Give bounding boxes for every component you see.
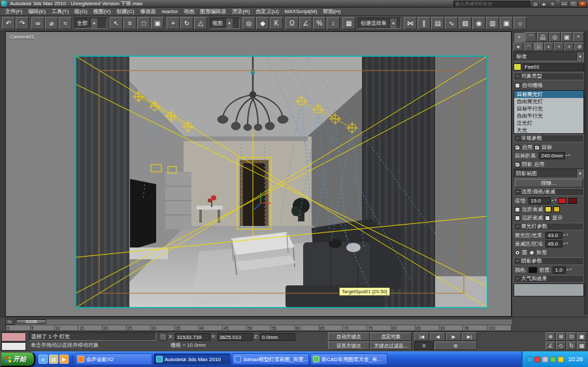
go-to-end-icon[interactable]: ▶| [462,332,477,341]
tab-hierarchy[interactable]: 品 [537,32,548,42]
key-filters-button[interactable]: 关键点过滤器... [370,342,412,350]
selection-set-combo[interactable]: 选定对象 [370,332,412,341]
tray-volume-icon[interactable] [542,357,548,362]
layer-manager-icon[interactable]: ▤ [431,17,444,29]
light-enable-checkbox[interactable] [515,145,520,150]
rollout-atmospheres-effects[interactable]: −大气和效果 [514,275,584,283]
bind-to-spacewarp-icon[interactable]: ≈ [59,17,72,29]
help-icon[interactable]: ? [549,1,556,7]
tab-create[interactable]: + [514,32,525,42]
menu-item[interactable]: 渲染(R) [229,8,252,15]
lock-selection-icon[interactable]: □ [159,332,167,341]
show-desktop-icon[interactable]: ▤ [49,355,58,364]
shadow-type-combo[interactable]: 阴影贴图▾ [514,168,584,178]
cat-spacewarps-icon[interactable]: ≈ [564,42,574,51]
menu-item[interactable]: MAXScript(M) [282,8,320,14]
star-icon[interactable]: ★ [540,1,547,7]
far-color-swatch[interactable] [553,206,560,212]
curve-editor-icon[interactable]: ∿ [445,17,458,29]
dining-table[interactable] [197,206,223,210]
menu-item[interactable]: 自定义(U) [253,8,281,15]
light-type-item[interactable]: 自由平行光 [514,112,583,120]
menu-item[interactable]: 修改器 [137,8,158,15]
pillow-light[interactable] [346,243,361,252]
rectangle-radio[interactable] [529,250,534,255]
maxscript-mini-listener[interactable] [1,332,26,351]
redo-icon[interactable]: ↷ [16,17,29,29]
light-type-item[interactable]: 目标聚光灯 [514,91,583,98]
tray-qq-icon[interactable] [527,357,532,362]
edit-named-selections-icon[interactable]: ▦ [342,17,355,29]
show-attenuation-checkbox[interactable] [545,215,550,221]
ie-icon[interactable]: e [39,355,48,364]
spinner-arrows[interactable]: ▲▼ [563,234,568,237]
taskbar-button[interactable]: 新CAD常用图库大全_有... [310,353,387,365]
taskbar-button[interactable]: Autodesk 3ds Max 2010 [154,353,231,365]
flowers[interactable] [211,195,216,200]
spinner-snap-icon[interactable]: ↕ [327,17,340,29]
auto-key-button[interactable]: 自动关键点 [328,332,370,341]
shadow-color-swatch[interactable] [529,267,537,273]
reference-coordinate-combo[interactable]: 视图▾ [210,18,240,29]
close-button[interactable]: × [578,1,587,7]
material-editor-icon[interactable]: ◉ [472,17,485,29]
light-color-swatch[interactable] [558,198,566,204]
spinner-arrows[interactable]: ▲▼ [551,199,556,202]
atmospheres-list[interactable] [514,283,584,296]
panel-scrollbar[interactable] [584,32,587,315]
target-distance-field[interactable]: 240.0mm [539,152,564,159]
light-type-item[interactable]: 天光 [514,127,583,134]
light-category-combo[interactable]: 标准▾ [514,52,584,61]
menu-item[interactable]: 组(G) [72,8,90,15]
near-color-swatch[interactable] [545,206,551,212]
select-and-link-icon[interactable]: ∞ [31,17,44,29]
selection-filter-combo[interactable]: 全部▾ [74,18,107,29]
tv-screen[interactable] [130,179,156,250]
keyboard-override-icon[interactable]: K [270,17,283,29]
time-slider-handle[interactable]: 0/100 [16,319,46,324]
cat-systems-icon[interactable]: ⊛ [574,42,584,51]
cat-lights-icon[interactable]: ☼ [534,42,544,51]
select-by-name-icon[interactable]: ≡ [123,17,137,29]
set-key-button[interactable]: 设置关键点 [328,342,370,350]
search-icon[interactable]: ⊙ [532,1,539,7]
arc-rotate-icon[interactable]: ↻ [566,342,576,350]
window-crossing-icon[interactable]: ▣ [151,17,164,29]
camera-viewport[interactable]: Camera01 TargetSpot01 [20.50] [5,31,512,317]
rollout-general-parameters[interactable]: −常规参数 [514,135,584,142]
cat-shapes-icon[interactable]: ◠ [524,42,534,51]
menu-item[interactable]: 帮助(H) [320,8,343,15]
named-selection-sets-combo[interactable]: 创建选择集▾ [358,18,401,29]
tray-security-icon[interactable] [534,357,540,362]
time-slider-track[interactable]: 0/100 [15,319,512,325]
percent-snap-icon[interactable]: % [313,17,326,29]
menu-item[interactable]: 创建(C) [114,8,137,15]
infocenter-search-input[interactable] [453,1,531,7]
maximize-viewport-icon[interactable]: ▦ [577,342,587,350]
target-checkbox[interactable] [534,145,540,150]
cat-geometry-icon[interactable]: ● [514,42,523,51]
align-icon[interactable]: ∥ [417,17,431,29]
spinner-arrows[interactable]: ▲▼ [566,268,571,272]
cat-cameras-icon[interactable]: ◗ [544,42,554,51]
y-coordinate-field[interactable]: 3625.013 [218,333,253,341]
near-attenuation-checkbox[interactable] [515,207,520,212]
rollout-spotlight-parameters[interactable]: −聚光灯参数 [514,223,584,231]
zoom-all-icon[interactable]: ⊞ [556,332,566,341]
select-and-manipulate-icon[interactable]: ◆ [256,17,269,29]
go-to-start-icon[interactable]: |◀ [414,332,429,341]
start-button[interactable]: 开始 [0,351,35,367]
select-and-move-icon[interactable]: + [167,17,180,29]
listener-script-row[interactable] [1,342,26,351]
menu-item[interactable]: 文件(F) [3,8,25,15]
rendered-frame-icon[interactable]: ▣ [500,17,513,29]
z-coordinate-field[interactable]: 0.0mm [260,333,295,341]
maximize-button[interactable]: □ [569,1,578,7]
tab-display[interactable]: ▣ [561,32,572,42]
time-configuration-icon[interactable]: ⊞ [434,342,477,350]
light-type-item[interactable]: 自由聚光灯 [514,98,583,105]
object-name-field[interactable] [523,63,584,71]
previous-frame-icon[interactable]: ◀ [430,332,445,341]
mini-curve-editor-button[interactable]: ∿ [5,319,14,325]
x-coordinate-field[interactable]: 31533.739 [175,333,210,341]
